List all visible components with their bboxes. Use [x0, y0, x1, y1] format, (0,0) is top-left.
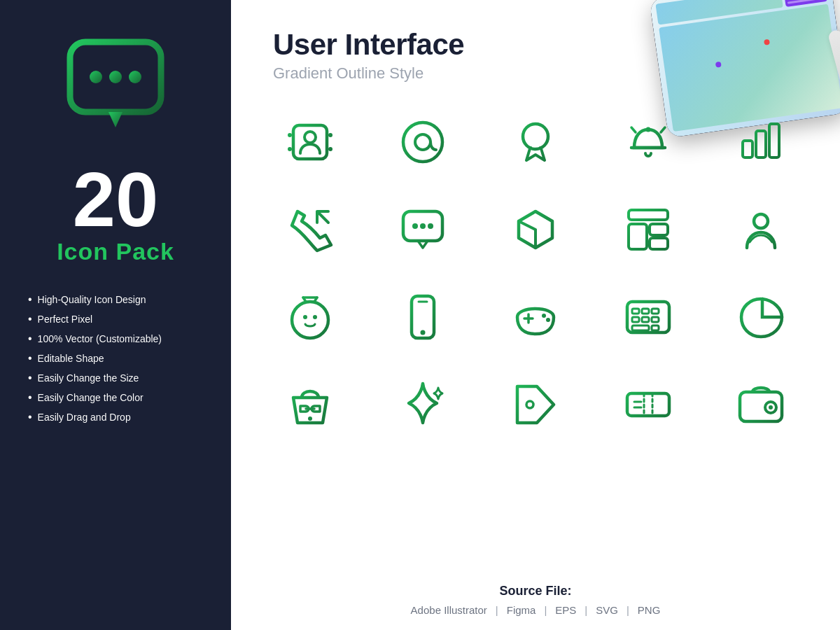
svg-point-27 — [292, 302, 328, 338]
svg-point-20 — [420, 223, 426, 229]
divider: | — [584, 604, 587, 616]
svg-rect-23 — [629, 224, 647, 249]
icon-timer — [259, 279, 361, 356]
icon-shop — [259, 366, 361, 443]
main-content: User Interface Gradient Outline Style — [231, 0, 840, 630]
feature-item-drag: Easily Drag and Drop — [28, 411, 210, 424]
icon-sparkle — [372, 366, 474, 443]
svg-rect-41 — [632, 326, 649, 330]
icon-calculator — [597, 279, 699, 356]
svg-point-28 — [303, 315, 307, 319]
svg-point-44 — [526, 401, 533, 408]
icon-award — [484, 104, 587, 181]
icon-count: 20 — [73, 161, 158, 238]
svg-point-14 — [646, 127, 651, 132]
svg-point-9 — [328, 133, 332, 137]
svg-rect-37 — [652, 309, 659, 314]
svg-marker-4 — [108, 112, 122, 127]
icon-call-incoming — [259, 191, 361, 268]
svg-point-33 — [546, 318, 550, 322]
svg-point-31 — [421, 330, 426, 335]
icon-box — [484, 191, 587, 268]
svg-point-11 — [403, 122, 442, 162]
icon-gamepad — [484, 279, 587, 356]
svg-point-7 — [288, 133, 292, 137]
svg-rect-36 — [642, 309, 649, 314]
svg-point-8 — [288, 147, 292, 151]
svg-point-19 — [412, 223, 418, 229]
source-file-label: Source File: — [499, 584, 571, 598]
svg-point-13 — [523, 124, 548, 149]
icon-wallet — [710, 366, 812, 443]
icon-tag — [484, 366, 587, 443]
divider: | — [626, 604, 629, 616]
icon-contact — [259, 104, 361, 181]
icon-chat — [372, 191, 474, 268]
svg-point-3 — [129, 71, 141, 83]
feature-item: Editable Shape — [28, 352, 210, 365]
svg-point-43 — [308, 416, 312, 421]
divider: | — [544, 604, 547, 616]
icon-mobile — [372, 279, 474, 356]
icon-chart — [710, 104, 812, 181]
icon-ticket — [597, 366, 699, 443]
svg-point-1 — [90, 71, 102, 83]
source-eps: EPS — [555, 604, 576, 616]
icons-area — [231, 97, 840, 573]
svg-point-12 — [415, 134, 430, 150]
svg-rect-16 — [756, 131, 766, 158]
svg-rect-15 — [743, 141, 752, 158]
sidebar: 20 Icon Pack High-Quality Icon Design Pe… — [0, 0, 231, 630]
feature-item: Perfect Pixel — [28, 313, 210, 326]
source-file-list: Adobe Illustrator | Figma | EPS | SVG | … — [411, 604, 661, 616]
feature-item: 100% Vector (Customizable) — [28, 332, 210, 345]
svg-point-32 — [542, 314, 546, 318]
source-file-section: Source File: Adobe Illustrator | Figma |… — [231, 573, 840, 630]
source-adobe: Adobe Illustrator — [411, 604, 487, 616]
feature-item-size: Easily Change the Size — [28, 372, 210, 384]
page-subtitle: Gradient Outline Style — [273, 64, 798, 83]
svg-rect-24 — [650, 224, 668, 235]
divider: | — [496, 604, 498, 616]
svg-point-48 — [769, 405, 773, 410]
svg-point-2 — [109, 71, 122, 83]
icon-email — [372, 104, 474, 181]
svg-rect-42 — [652, 326, 659, 330]
icon-dashboard — [597, 191, 699, 268]
page-title: User Interface — [273, 28, 798, 62]
icon-pie-chart — [710, 279, 812, 356]
icon-alarm — [597, 104, 699, 181]
svg-rect-40 — [652, 317, 659, 322]
icon-location-person — [710, 191, 812, 268]
source-figma: Figma — [507, 604, 536, 616]
svg-rect-25 — [650, 238, 668, 249]
svg-point-21 — [428, 223, 433, 229]
svg-rect-35 — [632, 309, 639, 314]
icons-grid — [259, 104, 812, 443]
svg-point-10 — [328, 147, 332, 151]
source-png: PNG — [638, 604, 661, 616]
feature-item: High-Quality Icon Design — [28, 293, 210, 306]
svg-rect-38 — [632, 317, 639, 322]
main-header: User Interface Gradient Outline Style — [231, 0, 840, 97]
svg-rect-39 — [642, 317, 649, 322]
svg-point-29 — [313, 315, 317, 319]
source-svg: SVG — [596, 604, 618, 616]
feature-item-color: Easily Change the Color — [28, 391, 210, 404]
svg-rect-17 — [769, 124, 779, 158]
svg-point-6 — [304, 132, 316, 143]
features-list: High-Quality Icon Design Perfect Pixel 1… — [21, 293, 210, 430]
svg-point-26 — [754, 214, 768, 228]
svg-rect-45 — [627, 393, 669, 416]
brand-logo-icon — [59, 28, 172, 140]
svg-rect-22 — [629, 210, 668, 220]
pack-label: Icon Pack — [57, 238, 174, 265]
